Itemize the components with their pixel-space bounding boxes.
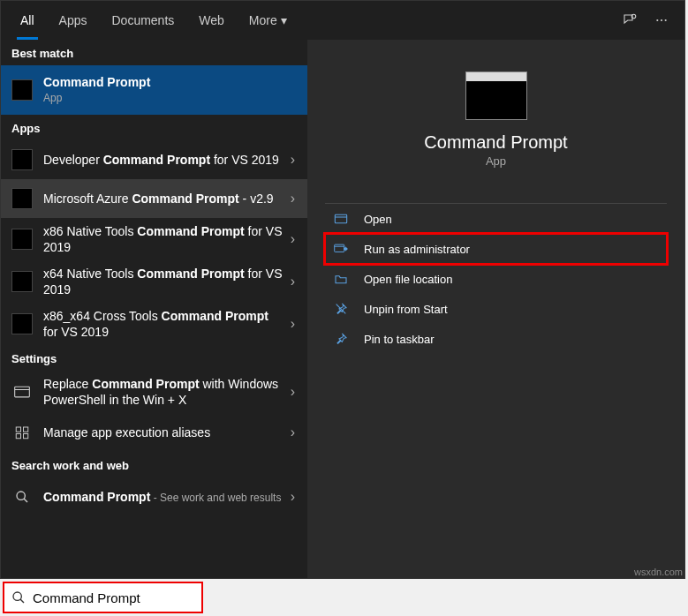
open-icon — [334, 213, 355, 225]
svg-line-11 — [24, 499, 27, 502]
action-pin-to-taskbar[interactable]: Pin to taskbar — [325, 324, 667, 354]
chevron-right-icon[interactable]: › — [285, 316, 300, 332]
tab-more[interactable]: More▾ — [237, 1, 299, 40]
result-web[interactable]: Command Prompt - See work and web result… — [1, 477, 307, 516]
unpin-icon — [334, 302, 355, 316]
svg-point-17 — [13, 592, 21, 600]
chevron-right-icon[interactable]: › — [285, 231, 300, 247]
chevron-right-icon[interactable]: › — [285, 384, 300, 400]
result-app[interactable]: x86 Native Tools Command Prompt for VS 2… — [1, 218, 307, 260]
cmd-icon — [11, 271, 33, 292]
action-run-as-admin[interactable]: Run as administrator — [325, 234, 667, 264]
chevron-right-icon[interactable]: › — [285, 274, 300, 289]
action-open[interactable]: Open — [325, 204, 667, 234]
feedback-icon[interactable] — [614, 4, 646, 36]
search-icon — [11, 486, 33, 507]
settings-icon — [11, 381, 33, 402]
chevron-right-icon[interactable]: › — [285, 424, 300, 440]
cmd-icon — [11, 79, 33, 101]
more-options-icon[interactable] — [646, 4, 677, 36]
svg-point-2 — [661, 19, 662, 21]
cmd-icon — [11, 149, 33, 170]
svg-line-18 — [20, 599, 24, 603]
cmd-icon — [11, 313, 33, 334]
admin-icon — [334, 243, 355, 255]
result-title: Command Prompt — [43, 74, 300, 90]
svg-rect-7 — [24, 427, 28, 432]
chevron-right-icon[interactable]: › — [285, 152, 300, 168]
chevron-down-icon: ▾ — [281, 13, 287, 27]
section-best-match: Best match — [1, 40, 307, 65]
result-app[interactable]: x64 Native Tools Command Prompt for VS 2… — [1, 260, 307, 303]
svg-point-3 — [665, 19, 667, 21]
chevron-right-icon[interactable]: › — [285, 191, 300, 207]
search-tabs: All Apps Documents Web More▾ — [1, 1, 684, 40]
section-settings: Settings — [1, 345, 307, 371]
search-panel: All Apps Documents Web More▾ Best match … — [0, 0, 685, 579]
svg-rect-6 — [16, 427, 20, 432]
tab-web[interactable]: Web — [186, 1, 237, 40]
svg-point-1 — [656, 19, 658, 21]
search-input[interactable] — [33, 590, 200, 605]
watermark: wsxdn.com — [634, 567, 683, 577]
folder-icon — [334, 273, 355, 285]
result-app[interactable]: Microsoft Azure Command Prompt - v2.9 › — [1, 179, 307, 218]
action-unpin-from-start[interactable]: Unpin from Start — [325, 294, 667, 324]
result-app[interactable]: Developer Command Prompt for VS 2019 › — [1, 140, 307, 179]
section-search-web: Search work and web — [1, 452, 307, 477]
result-setting[interactable]: Replace Command Prompt with Windows Powe… — [1, 371, 307, 413]
chevron-right-icon[interactable]: › — [285, 489, 300, 505]
svg-rect-8 — [16, 434, 20, 439]
result-best-match[interactable]: Command Prompt App — [1, 65, 307, 115]
tab-documents[interactable]: Documents — [99, 1, 186, 40]
preview-app-icon — [465, 71, 527, 120]
tab-apps[interactable]: Apps — [47, 1, 100, 40]
preview-pane: Command Prompt App Open Run as administr… — [307, 40, 684, 578]
svg-rect-4 — [15, 387, 30, 397]
tab-all[interactable]: All — [8, 1, 47, 40]
action-open-file-location[interactable]: Open file location — [325, 264, 667, 294]
cmd-icon — [11, 188, 33, 209]
cmd-icon — [11, 229, 33, 250]
preview-title: Command Prompt — [325, 132, 667, 153]
taskbar-search-box[interactable] — [3, 582, 203, 613]
result-setting[interactable]: Manage app execution aliases › — [1, 413, 307, 452]
aliases-icon — [11, 422, 33, 443]
svg-point-10 — [17, 492, 25, 500]
pin-icon — [334, 332, 355, 346]
result-app[interactable]: x86_x64 Cross Tools Command Prompt for V… — [1, 303, 307, 345]
result-subtitle: App — [43, 90, 300, 106]
section-apps: Apps — [1, 115, 307, 140]
results-list: Best match Command Prompt App Apps Devel… — [1, 40, 307, 578]
actions-list: Open Run as administrator Open file loca… — [325, 203, 667, 354]
preview-subtitle: App — [325, 154, 667, 168]
svg-rect-14 — [335, 244, 344, 252]
search-icon — [11, 590, 26, 605]
svg-rect-12 — [335, 214, 346, 222]
svg-rect-9 — [24, 434, 28, 439]
